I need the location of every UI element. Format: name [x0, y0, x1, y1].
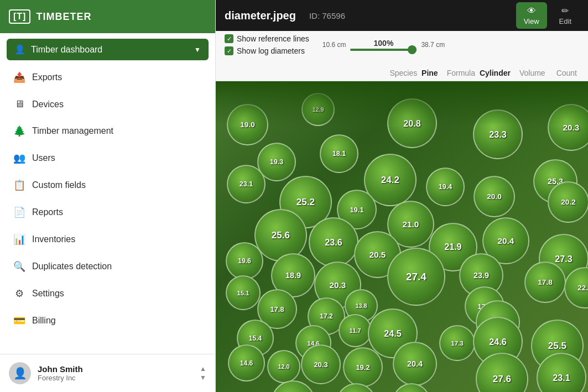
log-image: 19.012.919.318.120.823.320.323.124.225.3… — [216, 81, 588, 392]
log-circle: 23.3 — [473, 109, 523, 159]
arrow-down-icon: ▼ — [200, 374, 206, 381]
image-area: 19.012.919.318.120.823.320.323.124.225.3… — [216, 81, 588, 392]
slider-max-label: 38.7 cm — [421, 41, 445, 49]
eye-icon: 👁 — [527, 6, 536, 16]
sidebar-item-label: Timber management — [32, 126, 113, 136]
devices-icon: 🖥 — [13, 98, 25, 110]
log-circle: 11.7 — [339, 314, 372, 347]
dashboard-icon: 👤 — [14, 44, 25, 55]
sidebar-header: [T] TIMBETER — [0, 0, 215, 33]
logo-bracket: [T] — [9, 9, 30, 24]
species-field: Species Pine — [389, 69, 438, 77]
sidebar-nav: 📤 Exports 🖥 Devices 🌲 Timber management … — [0, 64, 215, 334]
sidebar-item-devices[interactable]: 🖥 Devices — [4, 91, 211, 117]
log-circle: 12.9 — [301, 93, 335, 126]
log-circle: 19.2 — [343, 347, 383, 387]
log-circle: 14.6 — [228, 344, 265, 381]
meta-group: Species Pine Formula Cylinder Volume Cou… — [389, 69, 579, 77]
sidebar-item-duplicates[interactable]: 🔍 Duplicates detection — [4, 253, 211, 280]
sidebar-item-label: Duplicates detection — [32, 262, 112, 271]
slider-min-label: 10.6 cm — [322, 41, 346, 49]
log-circle: 27.4 — [387, 248, 445, 306]
sidebar-item-users[interactable]: 👥 Users — [4, 145, 211, 171]
sidebar-item-inventories[interactable]: 📊 Inventories — [4, 226, 211, 253]
log-circle: 20.4 — [393, 342, 437, 386]
formula-field: Formula Cylinder — [447, 69, 511, 77]
log-circle: 18.1 — [320, 134, 358, 173]
slider-track[interactable] — [350, 49, 417, 51]
log-circle: 23.1 — [227, 165, 266, 203]
edit-label: Edit — [559, 17, 571, 25]
sidebar-item-reports[interactable]: 📄 Reports — [4, 199, 211, 226]
sidebar-item-label: Reports — [32, 207, 63, 217]
volume-label: Volume — [519, 69, 545, 77]
show-log-diameters-checkbox[interactable]: ✓ — [225, 46, 233, 55]
show-reference-lines-row: ✓ Show reference lines — [225, 34, 309, 43]
log-circle: 19.0 — [227, 104, 268, 145]
sidebar-item-label: Billing — [32, 316, 56, 326]
sidebar-item-label: Exports — [32, 72, 62, 82]
user-company: Forestry Inc — [38, 374, 83, 382]
species-value: Pine — [422, 69, 438, 77]
dashboard-button[interactable]: 👤 Timber dashboard ▼ — [7, 39, 209, 60]
slider-group: 10.6 cm 100% 38.7 cm — [322, 39, 445, 51]
footer-toggle[interactable]: ▲ ▼ — [200, 365, 206, 381]
arrow-up-icon: ▲ — [200, 365, 206, 373]
edit-button[interactable]: ✏ Edit — [551, 2, 579, 29]
users-icon: 👥 — [13, 152, 25, 164]
volume-field: Volume — [519, 69, 548, 77]
log-circle: 22.0 — [393, 383, 430, 392]
formula-label: Formula — [447, 69, 475, 77]
toolbar: ✓ Show reference lines ✓ Show log diamet… — [216, 31, 588, 81]
sidebar-item-label: Inventories — [32, 234, 75, 244]
count-label: Count — [556, 69, 577, 77]
slider-fill — [350, 49, 417, 51]
sidebar-item-settings[interactable]: ⚙ Settings — [4, 280, 211, 307]
log-circle: 20.2 — [548, 181, 588, 223]
exports-icon: 📤 — [13, 71, 25, 83]
billing-icon: 💳 — [13, 315, 25, 327]
view-label: View — [524, 17, 539, 25]
sidebar-item-billing[interactable]: 💳 Billing — [4, 307, 211, 334]
log-circle: 20.3 — [301, 344, 341, 384]
main-content: diameter.jpeg ID: 76596 👁 View ✏ Edit ✓ … — [216, 0, 588, 392]
formula-value: Cylinder — [480, 69, 511, 77]
custom-fields-icon: 📋 — [13, 179, 25, 191]
sidebar-item-timber[interactable]: 🌲 Timber management — [4, 118, 211, 144]
sidebar-footer: 👤 John Smith Forestry Inc ▲ ▼ — [0, 354, 215, 392]
settings-icon: ⚙ — [13, 288, 25, 300]
user-name: John Smith — [38, 364, 83, 374]
show-reference-lines-checkbox[interactable]: ✓ — [225, 34, 233, 43]
log-circle: 17.3 — [439, 325, 475, 361]
user-info: 👤 John Smith Forestry Inc — [9, 362, 83, 384]
log-circle: 20.3 — [548, 104, 588, 151]
sidebar-item-label: Settings — [32, 289, 64, 299]
timber-icon: 🌲 — [13, 125, 25, 137]
species-label: Species — [389, 69, 417, 77]
sidebar-item-label: Devices — [32, 100, 64, 109]
sidebar: [T] TIMBETER 👤 Timber dashboard ▼ 📤 Expo… — [0, 0, 216, 392]
dashboard-label: Timber dashboard — [31, 45, 102, 55]
log-circle: 20.0 — [473, 176, 515, 217]
log-circle: 19.6 — [226, 242, 263, 280]
topbar: diameter.jpeg ID: 76596 👁 View ✏ Edit — [216, 0, 588, 31]
logo-text: TIMBETER — [36, 11, 91, 23]
sidebar-item-custom-fields[interactable]: 📋 Custom fields — [4, 172, 211, 198]
count-field: Count — [556, 69, 579, 77]
pencil-icon: ✏ — [561, 6, 569, 16]
sidebar-item-exports[interactable]: 📤 Exports — [4, 64, 211, 91]
file-id: ID: 76596 — [309, 11, 345, 20]
show-reference-lines-label: Show reference lines — [237, 34, 309, 43]
slider-thumb[interactable] — [408, 45, 417, 54]
log-circle: 23.6 — [309, 217, 358, 267]
show-log-diameters-label: Show log diameters — [237, 46, 305, 55]
log-circle: 12.0 — [267, 350, 300, 383]
avatar: 👤 — [9, 362, 31, 384]
view-button[interactable]: 👁 View — [516, 2, 547, 29]
duplicates-icon: 🔍 — [13, 260, 25, 273]
log-circle: 15.1 — [226, 275, 261, 310]
log-circle: 19.4 — [426, 168, 465, 206]
log-circle: 17.8 — [524, 262, 566, 303]
sidebar-item-label: Users — [32, 153, 55, 163]
show-log-diameters-row: ✓ Show log diameters — [225, 46, 309, 55]
